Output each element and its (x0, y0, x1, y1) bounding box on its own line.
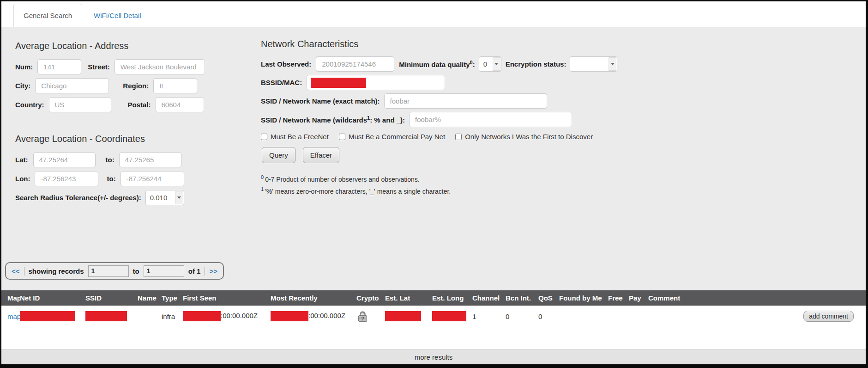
cell-bcn-int: 0 (506, 313, 538, 320)
ssid-wildcard-label: SSID / Network Name (wildcards1: % and _… (261, 115, 405, 124)
showing-records-label: showing records (29, 267, 84, 275)
commercial-paynet-checkbox-label: Must Be a Commercial Pay Net (349, 133, 445, 141)
add-comment-button[interactable]: add comment (803, 311, 854, 322)
last-observed-input[interactable] (316, 56, 394, 72)
col-channel: Channel (472, 294, 506, 302)
effacer-button[interactable]: Effacer (303, 147, 339, 163)
col-crypto: Crypto (356, 294, 385, 302)
freenet-checkbox-label: Must Be a FreeNet (271, 133, 329, 141)
radius-label: Search Radius Tolerance(+/- degrees): (15, 194, 141, 202)
lon-to-label: to: (107, 175, 115, 183)
col-net-id: Net ID (20, 294, 85, 302)
min-quality-select-value: 0 (483, 60, 487, 68)
records-of-label: of 1 (188, 267, 201, 275)
first-discover-checkbox-label: Only Networks I Was the First to Discove… (465, 133, 593, 141)
ssid-wildcard-input[interactable] (409, 112, 572, 127)
col-most-recently: Most Recently (271, 294, 356, 302)
query-actions: Query Effacer (262, 147, 723, 163)
chevron-down-icon (609, 57, 616, 71)
address-row-1: Num: Street: (15, 59, 246, 74)
lat-to-input[interactable] (119, 152, 181, 167)
redacted-most-recently (271, 311, 308, 321)
cell-channel: 1 (472, 313, 506, 320)
redacted-net-id (20, 311, 75, 321)
radius-select[interactable]: 0.010 (145, 190, 184, 205)
col-bcn-int: Bcn Int. (506, 294, 538, 302)
more-results-button[interactable]: more results (1, 350, 866, 364)
freenet-checkbox[interactable]: Must Be a FreeNet (261, 133, 329, 141)
results-table-header: Map Net ID SSID Name Type First Seen Mos… (1, 290, 866, 306)
street-label: Street: (88, 63, 110, 71)
query-button[interactable]: Query (262, 147, 295, 163)
lat-label: Lat: (15, 156, 28, 164)
postal-input[interactable] (156, 97, 204, 112)
records-from-input[interactable] (88, 265, 129, 277)
records-to-input[interactable] (144, 265, 184, 277)
city-input[interactable] (35, 78, 109, 93)
col-pay: Pay (629, 294, 648, 302)
results-table: Map Net ID SSID Name Type First Seen Mos… (1, 290, 866, 364)
lat-to-label: to: (106, 156, 115, 164)
address-row-2: City: Region: (15, 78, 246, 93)
col-first-seen: First Seen (183, 294, 271, 302)
lat-from-input[interactable] (33, 152, 96, 167)
cell-type: infra (162, 313, 183, 320)
records-to-label: to (133, 267, 139, 275)
ssid-exact-row: SSID / Network Name (exact match): (261, 93, 723, 109)
postal-label: Postal: (128, 101, 151, 109)
min-quality-select[interactable]: 0 (479, 56, 501, 72)
num-input[interactable] (37, 59, 81, 74)
footnote-1: 1'%' means zero-or-more characters, '_' … (261, 186, 723, 195)
next-page-link[interactable]: >> (209, 267, 217, 275)
address-section-title: Average Location - Address (15, 41, 246, 51)
bssid-input[interactable] (307, 75, 445, 90)
bssid-label: BSSID/MAC: (261, 79, 302, 86)
cell-most-recently: :00:00.000Z (271, 311, 356, 321)
redacted-ssid (85, 311, 127, 321)
redacted-first-seen (183, 311, 221, 321)
col-name: Name (138, 294, 162, 302)
cell-first-seen: :00:00.000Z (183, 311, 271, 321)
ssid-wildcard-row: SSID / Network Name (wildcards1: % and _… (261, 112, 723, 127)
pagination-bar: << showing records to of 1 >> (5, 262, 224, 280)
lon-from-input[interactable] (35, 171, 98, 186)
prev-page-link[interactable]: << (12, 267, 20, 275)
region-input[interactable] (153, 78, 197, 93)
svg-text:?: ? (361, 316, 364, 321)
encryption-select[interactable] (570, 56, 617, 72)
col-est-lat: Est. Lat (385, 294, 432, 302)
street-input[interactable] (115, 59, 205, 74)
first-discover-checkbox[interactable]: Only Networks I Was the First to Discove… (455, 133, 593, 141)
cell-qos: 0 (538, 313, 559, 320)
divider (24, 267, 24, 276)
table-row: map infra :00:00.000Z :00:00.000Z ? (1, 306, 866, 327)
encryption-label: Encryption status: (506, 60, 567, 68)
country-label: Country: (15, 101, 44, 109)
cell-crypto: ? (356, 310, 385, 323)
lock-question-icon: ? (356, 310, 369, 323)
lon-to-input[interactable] (121, 171, 184, 186)
table-filler (1, 327, 866, 350)
lat-row: Lat: to: (15, 152, 246, 167)
redacted-value (311, 78, 366, 88)
col-map: Map (1, 294, 20, 302)
network-characteristics-panel: Network Characteristics Last Observed: M… (261, 39, 723, 198)
average-location-panel: Average Location - Address Num: Street: … (15, 41, 246, 209)
lon-label: Lon: (15, 175, 30, 183)
map-link[interactable]: map (7, 313, 21, 320)
ssid-exact-input[interactable] (384, 93, 547, 109)
radius-row: Search Radius Tolerance(+/- degrees): 0.… (15, 190, 246, 205)
last-observed-label: Last Observed: (261, 60, 311, 68)
tab-general-search[interactable]: General Search (13, 4, 82, 27)
bssid-row: BSSID/MAC: (261, 75, 723, 90)
chevron-down-icon (493, 57, 500, 71)
col-found-by-me: Found by Me (559, 294, 608, 302)
wireless-search-page: General Search WiFi/Cell Detail Average … (0, 0, 868, 368)
commercial-paynet-checkbox[interactable]: Must Be a Commercial Pay Net (339, 133, 445, 141)
divider (205, 267, 205, 276)
country-input[interactable] (49, 97, 111, 112)
col-type: Type (162, 294, 183, 302)
address-row-3: Country: Postal: (15, 97, 246, 112)
tab-bar: General Search WiFi/Cell Detail (1, 1, 866, 27)
tab-wifi-cell-detail[interactable]: WiFi/Cell Detail (84, 4, 151, 27)
